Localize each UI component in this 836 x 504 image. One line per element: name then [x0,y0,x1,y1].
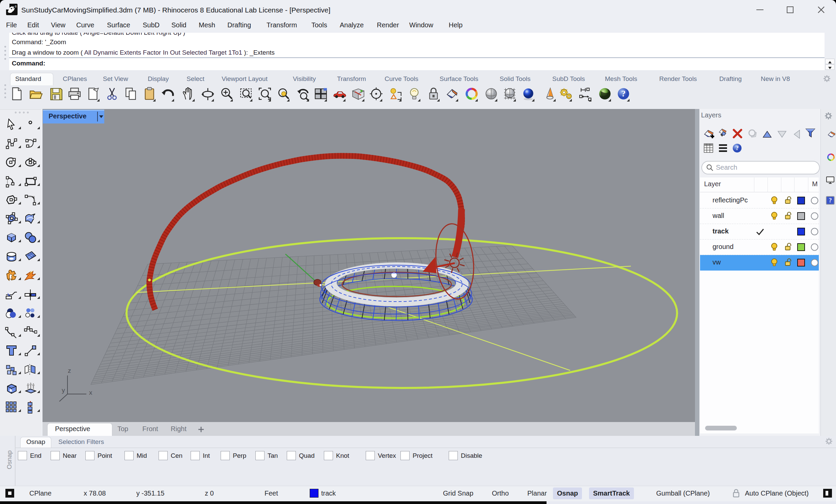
svg-text:8: 8 [15,5,17,8]
svg-text:?: ? [736,145,739,152]
svg-text:?: ? [622,89,626,98]
svg-text:?: ? [829,197,832,204]
svg-text:z: z [68,367,71,374]
svg-text:x: x [89,389,92,396]
svg-text:y: y [62,387,65,394]
